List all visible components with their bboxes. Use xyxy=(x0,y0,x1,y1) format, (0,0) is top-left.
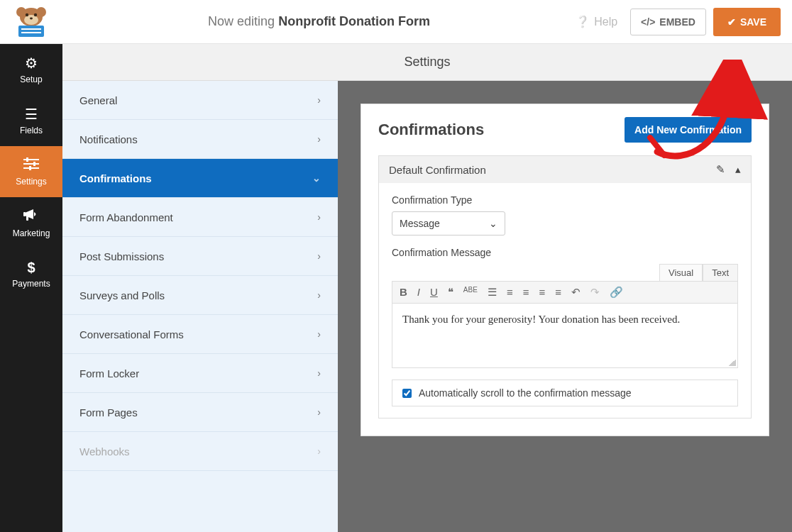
chevron-right-icon: › xyxy=(317,211,321,223)
svg-rect-17 xyxy=(26,216,28,221)
save-button[interactable]: ✔ SAVE xyxy=(713,8,781,36)
auto-scroll-option[interactable]: Automatically scroll to the confirmation… xyxy=(392,379,738,406)
align-center-icon[interactable]: ≡ xyxy=(539,286,545,299)
chevron-right-icon: › xyxy=(317,289,321,301)
confirmation-type-select[interactable]: Message ⌄ xyxy=(392,211,505,235)
save-label: SAVE xyxy=(740,16,766,28)
confirmations-heading: Confirmations xyxy=(378,121,484,139)
help-link[interactable]: ❔ Help xyxy=(576,15,617,28)
svg-point-4 xyxy=(26,13,28,16)
bullhorn-icon xyxy=(23,208,39,226)
collapse-icon[interactable]: ▴ xyxy=(735,163,741,176)
svg-point-6 xyxy=(30,17,33,19)
nav-label: Setup xyxy=(20,74,42,84)
nav-label: Settings xyxy=(16,177,46,187)
svg-rect-10 xyxy=(23,159,39,160)
svg-point-5 xyxy=(34,13,37,16)
editor-toolbar: B I U ❝ ABE ☰ ≡ ≡ ≡ xyxy=(392,282,737,304)
nav-label: Payments xyxy=(12,279,50,289)
strike-icon[interactable]: ABE xyxy=(463,286,478,299)
nav-label: Marketing xyxy=(13,228,50,238)
gear-icon: ⚙ xyxy=(25,55,38,72)
submenu-confirmations[interactable]: Confirmations⌄ xyxy=(62,159,338,198)
chevron-right-icon: › xyxy=(317,94,321,106)
numbered-list-icon[interactable]: ≡ xyxy=(507,286,513,299)
code-icon: </> xyxy=(641,16,655,28)
bold-icon[interactable]: B xyxy=(400,286,407,299)
nav-settings[interactable]: Settings xyxy=(0,146,62,197)
quote-icon[interactable]: ❝ xyxy=(448,286,453,299)
bullet-list-icon[interactable]: ☰ xyxy=(488,286,497,299)
submenu-form-locker[interactable]: Form Locker› xyxy=(62,354,338,393)
svg-rect-7 xyxy=(18,26,44,37)
nav-payments[interactable]: $ Payments xyxy=(0,248,62,299)
chevron-down-icon: ⌄ xyxy=(312,172,321,184)
add-confirmation-button[interactable]: Add New Confirmation xyxy=(625,117,752,143)
svg-rect-9 xyxy=(21,32,41,33)
app-logo[interactable] xyxy=(0,0,62,44)
confirmation-title: Default Confirmation xyxy=(389,164,486,176)
chevron-right-icon: › xyxy=(317,328,321,340)
redo-icon[interactable]: ↷ xyxy=(590,286,600,299)
confirmation-message-editor[interactable]: Thank you for your generosity! Your dona… xyxy=(392,304,737,367)
section-title: Settings xyxy=(62,44,792,81)
select-value: Message xyxy=(400,218,440,229)
nav-fields[interactable]: ☰ Fields xyxy=(0,95,62,146)
embed-button[interactable]: </> EMBED xyxy=(630,9,706,35)
submenu-general[interactable]: General› xyxy=(62,81,338,120)
svg-rect-15 xyxy=(29,166,31,170)
editor-tab-visual[interactable]: Visual xyxy=(659,264,703,281)
help-icon: ❔ xyxy=(576,15,590,28)
submenu-webhooks[interactable]: Webhooks› xyxy=(62,432,338,471)
settings-submenu: General› Notifications› Confirmations⌄ F… xyxy=(62,81,338,532)
submenu-notifications[interactable]: Notifications› xyxy=(62,120,338,159)
help-label: Help xyxy=(594,16,617,28)
auto-scroll-label: Automatically scroll to the confirmation… xyxy=(419,387,632,399)
primary-nav: ⚙ Setup ☰ Fields Settings Marketing $ Pa… xyxy=(0,44,62,532)
list-icon: ☰ xyxy=(25,106,38,123)
submenu-surveys[interactable]: Surveys and Polls› xyxy=(62,276,338,315)
italic-icon[interactable]: I xyxy=(417,286,420,299)
svg-rect-13 xyxy=(26,157,28,162)
align-right-icon[interactable]: ≡ xyxy=(555,286,561,299)
page-title: Now editing Nonprofit Donation Form xyxy=(62,14,576,29)
dollar-icon: $ xyxy=(27,260,35,276)
confirmation-type-label: Confirmation Type xyxy=(392,194,738,206)
align-left-icon[interactable]: ≡ xyxy=(523,286,529,299)
chevron-down-icon: ⌄ xyxy=(489,218,497,229)
check-icon: ✔ xyxy=(727,16,736,28)
confirmations-panel: Confirmations Add New Confirmation Defau… xyxy=(361,104,769,436)
undo-icon[interactable]: ↶ xyxy=(571,286,581,299)
chevron-right-icon: › xyxy=(317,367,321,379)
nav-label: Fields xyxy=(20,126,43,135)
chevron-right-icon: › xyxy=(317,133,321,145)
chevron-right-icon: › xyxy=(317,250,321,262)
chevron-right-icon: › xyxy=(317,406,321,418)
svg-rect-8 xyxy=(21,28,41,30)
submenu-conversational[interactable]: Conversational Forms› xyxy=(62,315,338,354)
underline-icon[interactable]: U xyxy=(430,286,438,299)
confirmation-message-label: Confirmation Message xyxy=(392,247,738,258)
svg-rect-11 xyxy=(23,163,39,165)
nav-setup[interactable]: ⚙ Setup xyxy=(0,44,62,95)
sliders-icon xyxy=(23,157,39,174)
nav-marketing[interactable]: Marketing xyxy=(0,197,62,248)
submenu-form-abandonment[interactable]: Form Abandonment› xyxy=(62,198,338,237)
svg-point-3 xyxy=(24,15,38,25)
chevron-right-icon: › xyxy=(317,445,321,457)
link-icon[interactable]: 🔗 xyxy=(610,286,623,299)
embed-label: EMBED xyxy=(659,16,695,28)
svg-rect-14 xyxy=(33,162,35,166)
edit-icon[interactable]: ✎ xyxy=(716,163,725,176)
submenu-post-submissions[interactable]: Post Submissions› xyxy=(62,237,338,276)
auto-scroll-checkbox[interactable] xyxy=(402,389,412,398)
submenu-form-pages[interactable]: Form Pages› xyxy=(62,393,338,432)
editor-tab-text[interactable]: Text xyxy=(703,264,738,281)
svg-rect-16 xyxy=(23,212,26,216)
